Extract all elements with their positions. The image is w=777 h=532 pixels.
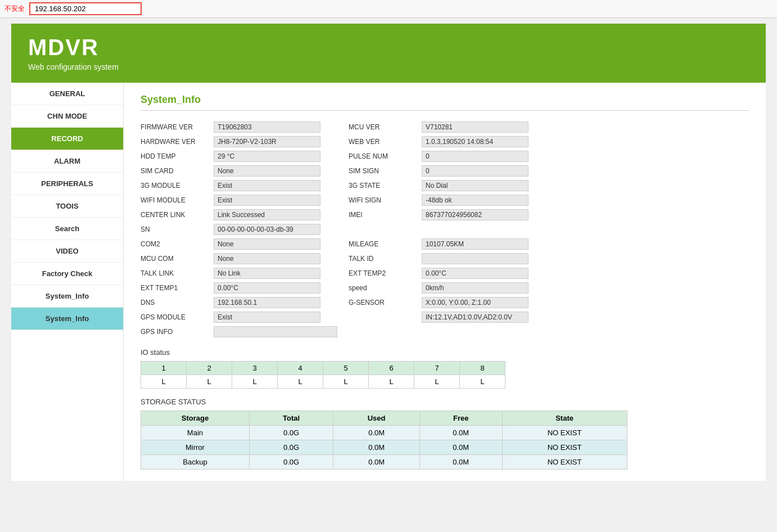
storage-name-main: Main <box>141 426 250 440</box>
storage-state-backup: NO EXIST <box>502 455 627 470</box>
label-ext-temp1: EXT TEMP1 <box>141 284 214 292</box>
content-area: GENERAL CHN MODE RECORD ALARM PERIPHERAL… <box>11 83 766 481</box>
storage-status-title: STORAGE STATUS <box>141 398 749 406</box>
value-3g-state: No Dial <box>422 180 528 191</box>
sidebar-item-factory-check[interactable]: Factory Check <box>11 263 123 285</box>
sidebar-item-alarm[interactable]: ALARM <box>11 150 123 173</box>
value-wifi-sign: -48db ok <box>422 195 528 206</box>
value-mcu-com: None <box>214 253 320 264</box>
value-sn: 00-00-00-00-00-03-db-39 <box>214 224 320 235</box>
security-warning: 不安全 <box>4 4 25 13</box>
io-val-1: L <box>141 375 187 389</box>
label-wifi-sign: WIFI SIGN <box>349 196 422 204</box>
io-val-4: L <box>278 375 323 389</box>
label-sn: SN <box>141 226 214 233</box>
value-imei: 867377024956082 <box>422 209 528 220</box>
sidebar-item-video[interactable]: VIDEO <box>11 240 123 263</box>
info-firmware-ver: FIRMWARE VER T19062803 <box>141 120 337 134</box>
value-gps-module: Exist <box>214 312 320 323</box>
header: MDVR Web configuration system <box>11 24 766 83</box>
io-val-8: L <box>460 375 505 389</box>
system-info-left: FIRMWARE VER T19062803 HARDWARE VER JH8-… <box>141 120 337 339</box>
value-wifi-module: Exist <box>214 195 320 206</box>
info-mileage: MILEAGE 10107.05KM <box>349 237 528 251</box>
info-imei: IMEI 867377024956082 <box>349 208 528 222</box>
label-imei: IMEI <box>349 211 422 219</box>
storage-row-mirror: Mirror 0.0G 0.0M 0.0M NO EXIST <box>141 440 627 455</box>
sidebar-item-system-info[interactable]: System_Info <box>11 285 123 308</box>
storage-free-mirror: 0.0M <box>419 440 502 455</box>
storage-row-backup: Backup 0.0G 0.0M 0.0M NO EXIST <box>141 455 627 470</box>
info-gps-module: GPS MODULE Exist <box>141 310 337 324</box>
info-talk-link: TALK LINK No Link <box>141 266 337 281</box>
storage-total-mirror: 0.0G <box>249 440 333 455</box>
sidebar-item-tools[interactable]: TOOIS <box>11 195 123 218</box>
browser-bar: 不安全 <box>0 0 777 18</box>
label-3g-module: 3G MODULE <box>141 182 214 190</box>
storage-state-mirror: NO EXIST <box>502 440 627 455</box>
value-center-link: Link Successed <box>214 209 320 220</box>
label-sim-card: SIM CARD <box>141 167 214 175</box>
label-gps-info: GPS INFO <box>141 328 214 336</box>
io-val-6: L <box>369 375 414 389</box>
info-speed: speed 0km/h <box>349 281 528 295</box>
info-mcu-com: MCU COM None <box>141 251 337 266</box>
value-speed: 0km/h <box>422 282 528 294</box>
sidebar-item-general[interactable]: GENERAL <box>11 83 123 105</box>
sidebar-item-system-info-active[interactable]: System_Info <box>11 308 123 330</box>
system-info-right: MCU VER V710281 WEB VER 1.0.3,190520 14:… <box>349 120 528 339</box>
label-speed: speed <box>349 284 422 292</box>
storage-col-used: Used <box>333 411 420 426</box>
value-talk-link: No Link <box>214 268 320 279</box>
info-3g-module: 3G MODULE Exist <box>141 178 337 193</box>
value-gps-info <box>214 326 337 337</box>
label-dns: DNS <box>141 299 214 306</box>
info-gps-info: GPS INFO <box>141 324 337 339</box>
label-g-sensor: G-SENSOR <box>349 299 422 306</box>
info-dns: DNS 192.168.50.1 <box>141 295 337 310</box>
info-com2: COM2 None <box>141 237 337 251</box>
info-sn: SN 00-00-00-00-00-03-db-39 <box>141 222 337 237</box>
info-ext-temp1: EXT TEMP1 0.00°C <box>141 281 337 295</box>
storage-total-backup: 0.0G <box>249 455 333 470</box>
storage-used-backup: 0.0M <box>333 455 420 470</box>
value-gps-info-right: IN:12.1V,AD1:0.0V,AD2:0.0V <box>422 312 528 323</box>
value-dns: 192.168.50.1 <box>214 297 320 308</box>
label-web-ver: WEB VER <box>349 138 422 146</box>
label-mcu-com: MCU COM <box>141 255 214 263</box>
info-talk-id: TALK ID <box>349 251 528 266</box>
info-web-ver: WEB VER 1.0.3,190520 14:08:54 <box>349 134 528 149</box>
label-com2: COM2 <box>141 240 214 248</box>
value-g-sensor: X:0.00, Y:0.00, Z:1.00 <box>422 297 528 308</box>
main-wrapper: MDVR Web configuration system GENERAL CH… <box>0 18 777 486</box>
sidebar-item-record[interactable]: RECORD <box>11 128 123 150</box>
value-hardware-ver: JH8-720P-V2-103R <box>214 136 320 147</box>
app-title: MDVR <box>28 35 749 60</box>
sidebar-item-chn-mode[interactable]: CHN MODE <box>11 105 123 128</box>
io-status-title: IO status <box>141 348 749 357</box>
info-hardware-ver: HARDWARE VER JH8-720P-V2-103R <box>141 134 337 149</box>
url-bar[interactable] <box>29 2 142 15</box>
storage-col-total: Total <box>249 411 333 426</box>
io-col-5: 5 <box>323 362 369 375</box>
storage-col-state: State <box>502 411 627 426</box>
storage-name-mirror: Mirror <box>141 440 250 455</box>
label-hdd-temp: HDD TEMP <box>141 152 214 160</box>
io-col-6: 6 <box>369 362 414 375</box>
storage-used-mirror: 0.0M <box>333 440 420 455</box>
label-gps-module: GPS MODULE <box>141 313 214 321</box>
label-mcu-ver: MCU VER <box>349 123 422 131</box>
io-val-3: L <box>232 375 278 389</box>
info-gps-info-right: IN:12.1V,AD1:0.0V,AD2:0.0V <box>349 310 528 324</box>
info-wifi-sign: WIFI SIGN -48db ok <box>349 193 528 208</box>
sidebar-item-search[interactable]: Search <box>11 218 123 240</box>
value-hdd-temp: 29 °C <box>214 151 320 162</box>
storage-name-backup: Backup <box>141 455 250 470</box>
storage-col-storage: Storage <box>141 411 250 426</box>
app-subtitle: Web configuration system <box>28 62 749 71</box>
info-sim-card: SIM CARD None <box>141 164 337 178</box>
info-hdd-temp: HDD TEMP 29 °C <box>141 149 337 164</box>
sidebar-item-peripherals[interactable]: PERIPHERALS <box>11 173 123 195</box>
value-firmware-ver: T19062803 <box>214 121 320 133</box>
storage-total-main: 0.0G <box>249 426 333 440</box>
